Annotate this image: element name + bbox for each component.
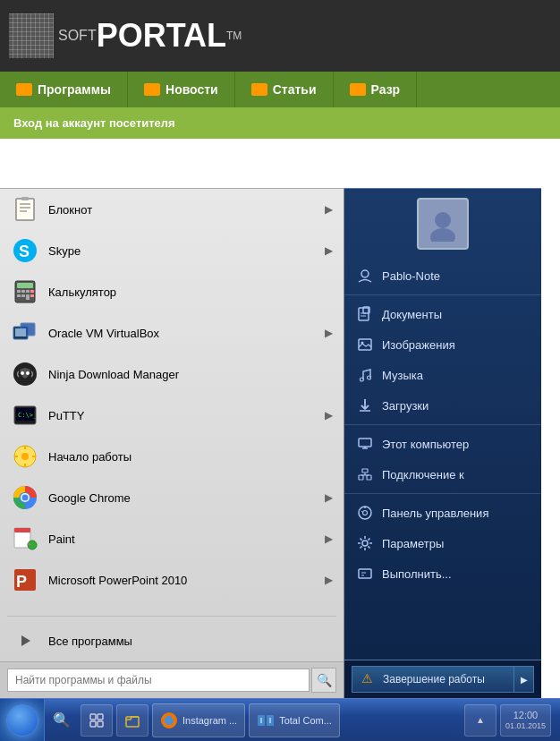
app-item-skype[interactable]: S Skype ▶ — [0, 230, 344, 271]
svg-rect-15 — [30, 290, 34, 293]
right-item-documents[interactable]: Документы — [344, 299, 541, 329]
right-divider-3 — [344, 493, 541, 494]
svg-point-49 — [361, 342, 364, 345]
logo-tm: TM — [226, 30, 242, 42]
svg-rect-57 — [367, 475, 371, 480]
nav-item-dev[interactable]: Разр — [334, 72, 418, 107]
svg-rect-70 — [98, 714, 103, 720]
total-commander-icon — [257, 711, 275, 729]
svg-rect-66 — [359, 569, 371, 578]
svg-text:S: S — [19, 243, 30, 260]
taskbar: 🔍 Instagram ... — [0, 698, 560, 741]
start-orb — [6, 704, 38, 737]
taskbar-date: 01.01.2015 — [505, 721, 546, 731]
taskbar-clock[interactable]: 12:00 01.01.2015 — [500, 704, 551, 737]
svg-rect-14 — [26, 294, 30, 300]
nav-item-articles[interactable]: Статьи — [235, 72, 334, 107]
right-item-images[interactable]: Изображения — [344, 329, 541, 360]
nav-item-news[interactable]: Новости — [128, 72, 235, 107]
svg-rect-36 — [14, 528, 30, 532]
app-item-putty[interactable]: C:\>_ PuTTY ▶ — [0, 395, 344, 436]
app-item-ninja[interactable]: Ninja Download Manager — [0, 353, 344, 395]
right-item-settings[interactable]: Параметры — [344, 528, 541, 558]
user-avatar — [417, 198, 469, 250]
documents-label: Документы — [382, 308, 442, 321]
arrow-chrome: ▶ — [325, 491, 333, 504]
right-item-music[interactable]: Музыка — [344, 360, 541, 390]
apps-divider — [7, 616, 336, 617]
app-item-virtualbox[interactable]: Oracle VM VirtualBox ▶ — [0, 312, 344, 353]
start-menu-right: Pablo-Note Документы — [344, 188, 541, 698]
run-label: Выполнить... — [382, 567, 452, 581]
taskbar-app-total-commander[interactable]: Total Com... — [249, 703, 340, 737]
taskbar-search-button[interactable]: 🔍 — [47, 705, 77, 736]
shutdown-bar: ⚠ Завершение работы ▶ — [344, 660, 541, 698]
nav-news-label: Новости — [165, 82, 218, 97]
svg-rect-16 — [30, 294, 34, 297]
app-name-virtualbox: Oracle VM VirtualBox — [48, 327, 325, 340]
svg-text:P: P — [16, 573, 27, 591]
right-item-network[interactable]: Подключение к — [344, 459, 541, 490]
start-button[interactable] — [0, 699, 45, 742]
svg-rect-72 — [98, 721, 103, 727]
right-item-run[interactable]: Выполнить... — [344, 558, 541, 589]
taskbar-task-view-button[interactable] — [81, 704, 113, 737]
app-item-chrome[interactable]: Google Chrome ▶ — [0, 477, 344, 518]
nav-item-programs[interactable]: Программы — [0, 72, 128, 107]
svg-point-65 — [362, 541, 368, 546]
search-bar: 🔍 — [0, 661, 344, 698]
svg-rect-13 — [21, 294, 25, 297]
downloads-icon — [355, 396, 375, 415]
shutdown-arrow-button[interactable]: ▶ — [514, 666, 534, 693]
svg-rect-69 — [90, 714, 96, 720]
logo-soft: SOFT — [58, 28, 97, 44]
site-subheader: Вход на аккаунт посетителя — [0, 107, 560, 139]
shutdown-button[interactable]: ⚠ Завершение работы — [352, 666, 514, 693]
app-item-notepad[interactable]: Блокнот ▶ — [0, 189, 344, 230]
pablo-note-icon — [355, 266, 375, 285]
nav-dev-label: Разр — [371, 82, 401, 97]
images-icon — [355, 335, 375, 354]
start-menu-left: Блокнот ▶ S Skype ▶ — [0, 188, 344, 698]
app-name-calculator: Калькулятор — [48, 285, 333, 299]
all-programs-item[interactable]: Все программы — [0, 620, 344, 661]
app-name-skype: Skype — [48, 244, 325, 258]
control-panel-icon — [355, 503, 375, 523]
right-item-downloads[interactable]: Загрузки — [344, 390, 541, 421]
apps-list: Блокнот ▶ S Skype ▶ — [0, 189, 344, 612]
taskbar-app-instagram[interactable]: Instagram ... — [152, 703, 245, 737]
app-item-calculator[interactable]: Калькулятор — [0, 271, 344, 312]
site-nav: Программы Новости Статьи Разр — [0, 72, 560, 107]
all-programs-label: Все программы — [48, 635, 333, 648]
svg-point-43 — [361, 270, 369, 277]
right-item-computer[interactable]: Этот компьютер — [344, 429, 541, 459]
nav-programs-label: Программы — [38, 82, 111, 97]
arrow-powerpoint: ▶ — [325, 574, 333, 586]
app-item-paint[interactable]: Paint ▶ — [0, 518, 344, 559]
music-label: Музыка — [382, 369, 423, 382]
svg-rect-19 — [15, 328, 26, 336]
right-item-control-panel[interactable]: Панель управления — [344, 498, 541, 528]
svg-point-62 — [359, 507, 371, 519]
programs-nav-icon — [16, 83, 32, 96]
svg-point-22 — [26, 371, 30, 375]
svg-rect-11 — [26, 290, 30, 293]
svg-rect-9 — [17, 290, 21, 293]
right-item-pablo-note[interactable]: Pablo-Note — [344, 260, 541, 291]
svg-marker-40 — [21, 635, 30, 646]
app-item-powerpoint[interactable]: P Microsoft PowerPoint 2010 ▶ — [0, 559, 344, 600]
arrow-skype: ▶ — [325, 244, 333, 257]
logo-portal: PORTAL — [97, 17, 226, 55]
svg-rect-8 — [17, 283, 33, 288]
app-item-start-work[interactable]: Начало работы — [0, 436, 344, 477]
taskbar-file-explorer-button[interactable] — [116, 704, 148, 737]
taskbar-system-tray[interactable]: ▲ — [464, 704, 496, 737]
arrow-putty: ▶ — [325, 409, 333, 422]
search-input[interactable] — [7, 669, 310, 692]
search-button[interactable]: 🔍 — [311, 668, 336, 693]
app-name-notepad: Блокнот — [48, 203, 325, 217]
shutdown-label: Завершение работы — [383, 673, 485, 686]
logo-grid-icon — [9, 13, 54, 58]
articles-nav-icon — [251, 83, 267, 96]
taskbar-app-total-commander-label: Total Com... — [279, 715, 332, 726]
